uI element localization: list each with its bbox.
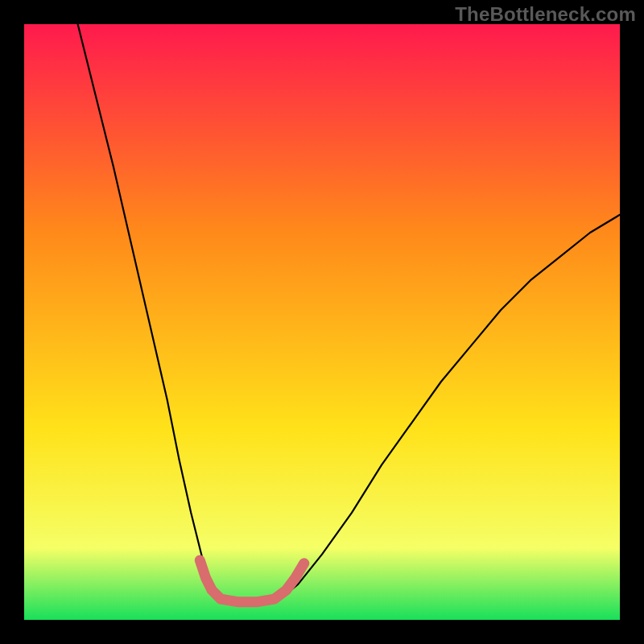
plot-area [24,24,620,620]
bottleneck-curve [78,24,620,602]
trough-highlight [200,560,303,602]
watermark-text: TheBottleneck.com [455,3,636,26]
curve-layer [24,24,620,620]
chart-frame: TheBottleneck.com [0,0,644,644]
